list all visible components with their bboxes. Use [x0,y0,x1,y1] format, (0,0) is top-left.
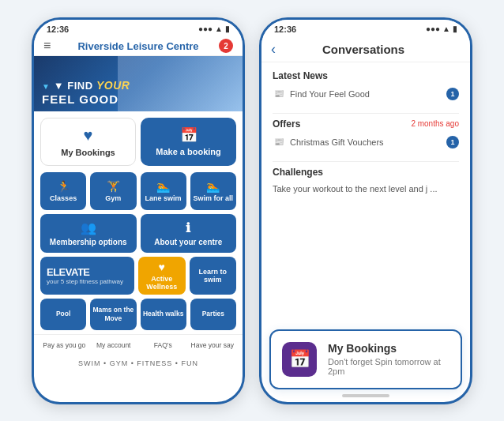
find-feel-good-item[interactable]: 📰 Find Your Feel Good 1 [273,85,459,103]
faqs-nav[interactable]: FAQ's [139,339,187,352]
activity-buttons-grid: 🏃 Classes 🏋 Gym 🏊 Lane swim 🏊 Swim for a… [34,172,243,210]
main-buttons-grid: ♥ My Bookings 📅 Make a booking [34,111,243,172]
my-account-nav[interactable]: My account [90,339,138,352]
signal-icon-left: ●●● [198,24,213,33]
status-icons-left: ●●● ▲ ▮ [198,24,230,33]
hero-prefix: ▼ ▼ FIND your [42,79,130,92]
right-phone-inner: 12:36 ●●● ▲ ▮ ‹ Conversations Latest New… [261,20,470,402]
offers-header: Offers 2 months ago [273,118,459,130]
xmas-vouchers-text: Christmas Gift Vouchers [290,137,446,147]
hero-suffix: FEEL GOOD [42,92,130,107]
elevate-button[interactable]: ELEVATE your 5 step fitness pathway [40,257,134,295]
latest-news-title: Latest News [273,70,328,81]
classes-icon: 🏃 [57,180,70,193]
phones-container: 12:36 ●●● ▲ ▮ ≡ Riverside Leisure Centre… [16,2,488,420]
membership-options-button[interactable]: 👥 Membership options [40,214,137,253]
my-bookings-button[interactable]: ♥ My Bookings [40,118,136,166]
hero-banner: ▼ ▼ FIND your FEEL GOOD [34,56,243,111]
latest-news-section: Latest News 📰 Find Your Feel Good 1 [273,70,459,103]
make-booking-button[interactable]: 📅 Make a booking [141,118,236,166]
learn-to-swim-button[interactable]: Learn to swim [190,257,237,295]
swim-icon: 🏊 [156,180,170,193]
right-phone: 12:36 ●●● ▲ ▮ ‹ Conversations Latest New… [259,17,472,404]
visionfit-icon: ▼ [42,82,50,91]
pay-as-go-nav[interactable]: Pay as you go [40,339,88,352]
offers-time: 2 months ago [411,119,459,128]
latest-news-badge: 1 [446,88,459,100]
challenge-item[interactable]: Take your workout to the next level and … [273,181,459,197]
challenges-section: Challenges Take your workout to the next… [273,167,459,197]
offers-section: Offers 2 months ago 📰 Christmas Gift Vou… [273,118,459,152]
hero-text: ▼ ▼ FIND your FEEL GOOD [42,79,130,107]
notification-title: My Bookings [328,342,449,355]
app-header-left: ≡ Riverside Leisure Centre 2 [34,37,243,56]
pool-button[interactable]: Pool [40,299,86,330]
have-say-nav[interactable]: Have your say [189,339,237,352]
gym-icon: 🏋 [107,180,120,193]
home-indicator-right [342,394,389,397]
health-walks-button[interactable]: Health walks [141,299,186,330]
status-bar-left: 12:36 ●●● ▲ ▮ [34,20,243,37]
lane-swim-button[interactable]: 🏊 Lane swim [141,172,186,210]
members-icon: 👥 [81,220,96,235]
wifi-icon-left: ▲ [215,24,223,33]
my-bookings-icon: 📅 [282,342,317,377]
challenge-text: Take your workout to the next level and … [273,184,459,194]
news-icon-1: 📰 [273,88,285,100]
parties-button[interactable]: Parties [190,299,236,330]
swim-for-all-button[interactable]: 🏊 Swim for all [190,172,236,210]
challenges-header: Challenges [273,167,459,178]
swim-all-icon: 🏊 [206,180,220,193]
time-right: 12:36 [274,24,296,34]
calendar-icon: 📅 [180,126,197,144]
heart-icon: ♥ [84,126,93,145]
offers-title: Offers [273,118,300,130]
gym-button[interactable]: 🏋 Gym [90,172,136,210]
wifi-icon-right: ▲ [442,24,450,33]
battery-icon-left: ▮ [225,24,230,33]
bottom-nav: Pay as you go My account FAQ's Have your… [34,334,243,356]
status-icons-right: ●●● ▲ ▮ [426,24,457,33]
find-feel-good-text: Find Your Feel Good [290,89,446,99]
elevate-title: ELEVATE [47,266,90,278]
hero-italic: your [96,79,130,92]
back-button[interactable]: ‹ [271,41,276,58]
active-wellness-icon: ♥ [159,261,165,273]
conversations-list: Latest News 📰 Find Your Feel Good 1 Offe… [261,62,470,329]
xmas-vouchers-item[interactable]: 📰 Christmas Gift Vouchers 1 [273,133,459,152]
app-title: Riverside Leisure Centre [77,40,198,52]
left-phone: 12:36 ●●● ▲ ▮ ≡ Riverside Leisure Centre… [32,17,245,404]
signal-icon-right: ●●● [426,24,440,33]
conversations-title: Conversations [282,43,445,56]
active-wellness-button[interactable]: ♥ Active Wellness [138,257,186,295]
mams-move-button[interactable]: Mams on the Move [90,299,136,330]
divider-1 [273,113,459,114]
elevate-subtitle: your 5 step fitness pathway [47,278,123,285]
classes-button[interactable]: 🏃 Classes [40,172,86,210]
offers-badge: 1 [446,136,459,148]
info-icon: ℹ [186,220,190,235]
pool-row: Pool Mams on the Move Health walks Parti… [34,299,243,330]
notification-subtitle: Don't forget Spin tomorrow at 2pm [328,357,449,376]
elevate-row: ELEVATE your 5 step fitness pathway ♥ Ac… [34,257,243,295]
membership-row: 👥 Membership options ℹ About your centre [34,214,243,253]
notification-content: My Bookings Don't forget Spin tomorrow a… [328,342,449,376]
about-centre-button[interactable]: ℹ About your centre [141,214,237,253]
challenges-title: Challenges [273,167,323,178]
latest-news-header: Latest News [273,70,459,81]
conversations-header: ‹ Conversations [261,37,470,62]
notification-card[interactable]: 📅 My Bookings Don't forget Spin tomorrow… [269,329,462,389]
status-bar-right: 12:36 ●●● ▲ ▮ [261,20,470,37]
notification-badge[interactable]: 2 [219,39,233,53]
battery-icon-right: ▮ [453,24,457,33]
tagline: SWIM • GYM • FITNESS • FUN [34,356,243,370]
divider-2 [273,161,459,162]
time-left: 12:36 [47,24,69,34]
news-icon-2: 📰 [273,136,285,148]
menu-icon[interactable]: ≡ [43,39,51,53]
